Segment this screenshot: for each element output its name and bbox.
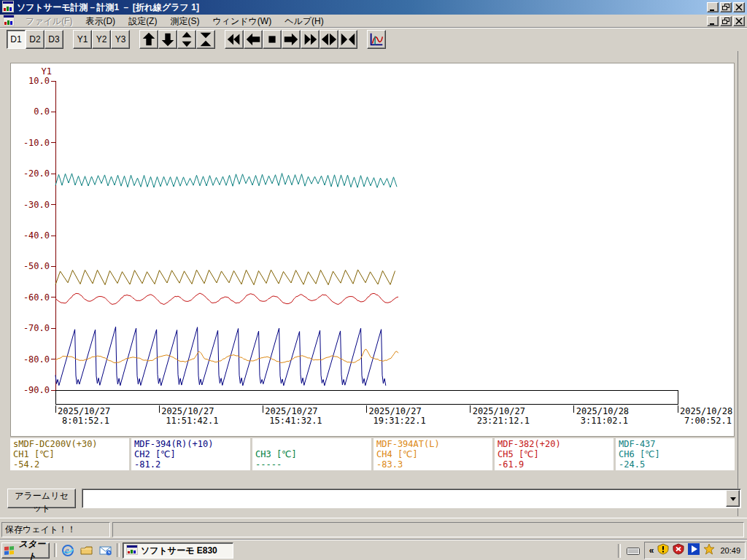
svg-text:-60.0: -60.0 — [23, 292, 50, 303]
toolbar-button-d2[interactable]: D2 — [26, 30, 44, 49]
combo-dropdown-button[interactable] — [726, 490, 740, 507]
legend-cell-ch3: CH3 [℃]----- — [252, 438, 371, 470]
toolbar-button-y3[interactable]: Y3 — [111, 30, 130, 49]
expand-horizontal-icon — [320, 31, 338, 48]
status-message-panel: 保存ウェイト！！ — [1, 522, 110, 537]
menu-window[interactable]: ウィンドウ(W) — [206, 15, 278, 28]
start-button[interactable]: スタート — [1, 542, 50, 559]
legend-channel-label: CH3 [℃] — [255, 449, 368, 459]
toolbar-button-expand-horizontal[interactable] — [320, 30, 338, 49]
task-app-icon — [126, 545, 138, 557]
legend-cell-ch4: MDF-394AT(L)CH4 [℃]-83.3 — [374, 438, 492, 470]
toolbar-button-expand-vertical[interactable] — [177, 30, 196, 49]
antivirus-shield-icon[interactable] — [673, 543, 684, 558]
close-button[interactable] — [733, 2, 745, 12]
svg-text:2025/10/27: 2025/10/27 — [58, 406, 110, 416]
legend-channel-label: CH5 [℃] — [498, 449, 611, 459]
taskbar-task-softthermo[interactable]: ソフトサーモ E830 — [123, 542, 233, 559]
legend-series-name: MDF-382(+20) — [498, 439, 611, 449]
toolbar-button-step-forward[interactable] — [282, 30, 301, 49]
menu-view[interactable]: 表示(D) — [79, 15, 122, 28]
legend-current-value: ----- — [255, 459, 368, 470]
compress-horizontal-icon — [339, 31, 357, 48]
mdi-minimize-button[interactable] — [707, 16, 719, 26]
legend-channel-label: CH4 [℃] — [376, 449, 489, 459]
tray-expand-chevron[interactable]: « — [649, 545, 654, 556]
arrow-right-icon — [282, 31, 300, 48]
show-desktop-icon[interactable] — [79, 543, 95, 558]
legend-series-name: MDF-394AT(L) — [376, 439, 489, 449]
alarm-reset-button[interactable]: アラームリセット — [7, 489, 76, 508]
svg-text:10.0: 10.0 — [28, 76, 50, 86]
start-label: スタート — [17, 538, 47, 560]
legend-series-name — [255, 439, 368, 449]
legend-current-value: -54.2 — [13, 459, 126, 470]
toolbar-button-y2[interactable]: Y2 — [92, 30, 111, 49]
legend-channel-label: CH1 [℃] — [13, 449, 126, 459]
arrow-down-icon — [159, 31, 177, 48]
menu-measure[interactable]: 測定(S) — [163, 15, 206, 28]
toolbar-button-y1[interactable]: Y1 — [73, 30, 92, 49]
expand-vertical-icon — [178, 31, 196, 48]
svg-text:3:11:02.1: 3:11:02.1 — [581, 416, 628, 426]
task-label: ソフトサーモ E830 — [141, 545, 217, 557]
legend-cell-ch5: MDF-382(+20)CH5 [℃]-61.9 — [495, 438, 614, 470]
restore-button[interactable] — [720, 2, 732, 12]
legend-cell-ch1: sMDF-DC200V(+30)CH1 [℃]-54.2 — [10, 438, 129, 470]
toolbar-button-compress-vertical[interactable] — [196, 30, 215, 49]
legend-channel-label: CH2 [℃] — [134, 449, 247, 459]
windows-logo-icon — [4, 545, 15, 557]
legend-series-name: sMDF-DC200V(+30) — [13, 439, 126, 449]
svg-text:2025/10/28: 2025/10/28 — [680, 406, 732, 416]
toolbar-button-graph-settings[interactable] — [367, 30, 386, 49]
media-player-icon[interactable] — [688, 543, 700, 558]
toolbar-button-stop[interactable] — [263, 30, 282, 49]
toolbar-button-d1[interactable]: D1 — [7, 30, 26, 49]
svg-text:2025/10/27: 2025/10/27 — [473, 406, 525, 416]
toolbar-button-compress-horizontal[interactable] — [338, 30, 357, 49]
alarm-combo[interactable] — [82, 489, 741, 508]
toolbar-button-step-back[interactable] — [244, 30, 263, 49]
menu-help[interactable]: ヘルプ(H) — [278, 15, 330, 28]
compress-vertical-icon — [197, 31, 214, 48]
toolbar-button-rewind[interactable] — [225, 30, 244, 49]
keyboard-icon[interactable] — [627, 545, 640, 556]
graph-icon — [368, 31, 385, 48]
status-message: 保存ウェイト！！ — [5, 524, 76, 534]
toolbar-button-scroll-down[interactable] — [158, 30, 177, 49]
taskbar: スタート e ソフトサーモ E830 — [0, 540, 747, 560]
svg-text:e: e — [65, 545, 69, 556]
outlook-express-icon[interactable] — [98, 543, 114, 558]
client-border — [738, 51, 738, 516]
arrow-up-icon — [140, 31, 158, 48]
toolbar: D1D2D3Y1Y2Y3 — [0, 28, 747, 51]
toolbar-button-d3[interactable]: D3 — [44, 30, 63, 49]
double-left-icon — [225, 31, 243, 48]
svg-text:11:51:42.1: 11:51:42.1 — [166, 416, 218, 426]
legend-series-name: MDF-394(R)(+10) — [134, 439, 247, 449]
legend-current-value: -83.3 — [376, 459, 489, 470]
status-bar: 保存ウェイト！！ — [0, 518, 747, 540]
legend-cell-ch2: MDF-394(R)(+10)CH2 [℃]-81.2 — [131, 438, 250, 470]
menu-file[interactable]: ファイル(F) — [19, 15, 79, 28]
svg-text:-80.0: -80.0 — [23, 354, 50, 365]
window-title: ソフトサーモ計測－計測1 － [折れ線グラフ 1] — [17, 1, 199, 14]
chart-panel: Y110.00.0-10.0-20.0-30.0-40.0-50.0-60.0-… — [10, 63, 735, 437]
security-alert-icon[interactable] — [657, 543, 669, 558]
svg-text:2025/10/27: 2025/10/27 — [161, 406, 214, 416]
arrow-left-icon — [244, 31, 262, 48]
svg-text:2025/10/27: 2025/10/27 — [369, 406, 422, 416]
minimize-button[interactable] — [707, 2, 719, 12]
legend-current-value: -81.2 — [134, 459, 247, 470]
svg-text:0.0: 0.0 — [34, 106, 50, 117]
favorites-star-icon[interactable] — [703, 543, 715, 558]
svg-text:19:31:22.1: 19:31:22.1 — [374, 416, 426, 426]
system-tray: « 20:49 — [618, 542, 746, 559]
ie-icon[interactable]: e — [60, 543, 76, 558]
toolbar-button-fast-forward[interactable] — [301, 30, 320, 49]
toolbar-button-scroll-up[interactable] — [139, 30, 158, 49]
svg-text:Y1: Y1 — [42, 66, 52, 77]
mdi-restore-button[interactable] — [720, 16, 732, 26]
mdi-close-button[interactable] — [733, 16, 745, 26]
menu-settings[interactable]: 設定(Z) — [122, 15, 163, 28]
